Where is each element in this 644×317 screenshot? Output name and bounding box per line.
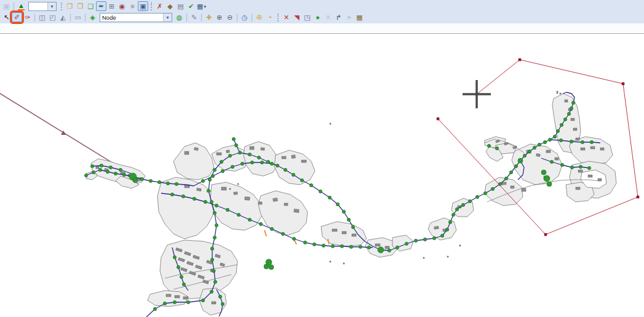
schedule-button[interactable]: ▦ [354,12,365,22]
network-node [432,236,435,239]
network-node [140,177,143,180]
delete-vertex-icon: ✗ [157,3,162,10]
network-node [495,146,498,150]
time-view-button[interactable]: ◷ [239,12,250,22]
building [511,186,514,188]
buffer-tool-button[interactable]: ◰ [47,12,58,22]
network-node [292,173,295,176]
zoom-in-button[interactable]: ⊕ [214,12,225,22]
network-node [276,164,279,167]
flag-tool-button[interactable]: ◥ [292,12,302,22]
building [284,203,288,206]
building [261,148,264,151]
key-history-button[interactable]: ◔ [264,12,275,22]
sketch-tool-icon: ✒ [98,3,104,10]
network-node [340,244,343,247]
feature-template-combo[interactable]: ▾ [28,2,57,11]
sketch-properties-button[interactable]: ▣ [138,1,148,11]
sketch-vertex[interactable] [519,58,521,61]
create-features-button[interactable]: ▲ [16,1,26,11]
network-node [570,106,573,110]
chevron-down-icon[interactable]: ▾ [47,2,56,10]
attribute-table-button[interactable]: ▦▾ [196,1,207,11]
network-node [587,166,590,169]
building [96,166,99,169]
network-node [153,307,156,310]
trace-button[interactable]: ❒ [75,1,85,11]
cut-edge-tool-button[interactable]: ✑ [22,12,33,22]
pan-button[interactable]: ✚ [204,12,214,22]
keys-button[interactable]: ✇ [254,12,264,22]
node-type-combo[interactable]: Node▾ [100,13,172,22]
sketch-vertex[interactable] [544,233,547,236]
building [522,188,526,191]
clear-results-button: ✕ [323,12,333,22]
viewport-grid-icon: ◳ [304,14,310,21]
building [273,198,278,201]
replace-sketch-button[interactable]: ❑ [85,1,96,11]
construct-button[interactable]: ◆ [165,1,175,11]
validate-button[interactable]: ✔ [186,1,196,11]
building [250,146,254,150]
toolbar-separator [70,14,71,22]
zoom-out-button[interactable]: ⊖ [225,12,235,22]
sketch-vertex[interactable] [622,82,624,85]
network-node [241,162,244,165]
network-node [567,112,570,115]
network-node [514,164,517,167]
network-node [114,172,117,175]
toolbar-drag-handle [277,14,279,22]
snapping-button[interactable]: ❐ [65,1,75,11]
split-tool-button[interactable]: ◭ [58,12,68,22]
network-node [590,140,593,143]
network-node [504,177,507,180]
edit-pointer-button[interactable]: ↖ [1,12,12,22]
network-node [210,247,213,250]
map-canvas[interactable] [0,34,644,317]
sketch-tool-button[interactable]: ✒ [96,1,106,11]
add-node-button[interactable]: ◍ [174,12,185,22]
network-node [509,171,512,174]
clear-results-icon: ✕ [325,14,331,21]
building [459,245,461,246]
network-node [284,168,287,171]
network-node [468,199,471,203]
parcel-layer [86,94,616,315]
select-path-button[interactable]: ↱ [333,12,344,22]
delete-vertex-button[interactable]: ✗ [154,1,165,11]
validate-icon: ✔ [188,3,194,10]
print-button[interactable]: ▤ [175,1,186,11]
sketch-vertex[interactable] [637,196,639,198]
network-node [248,218,251,221]
network-node [269,265,274,270]
network-node [259,222,262,225]
union-tool-button[interactable]: ◫ [37,12,47,22]
chevron-down-icon[interactable]: ▾ [163,14,172,22]
network-node [579,165,582,168]
viewport-grid-button[interactable]: ◳ [302,12,312,22]
measure-button[interactable]: ▭ [73,12,83,22]
solve-button[interactable]: ● [312,12,323,22]
attributes-list-button[interactable]: ≡ [127,1,138,11]
sketch-vertex[interactable] [437,118,439,120]
network-node [248,153,251,156]
network-node [92,171,95,174]
label-scale-button[interactable]: ⊞ [106,1,117,11]
print-icon: ▤ [177,3,183,10]
reshape-edge-tool-button[interactable]: ✐ [12,12,22,22]
network-node [234,143,237,146]
digitize-button[interactable]: ✎ [189,12,199,22]
network-node [570,140,573,143]
building [434,227,439,230]
network-node [232,137,235,140]
network-node [414,239,417,242]
building [237,183,239,185]
application-window: ▣▲▾❐❒❑✒⊞◉≡▣✗◆▤✔▦▾ ↖✐✑◫◰◭▭◈Node▾◍✎✚⊕⊖◷✇◔✕… [0,0,644,317]
disconnect-network-button[interactable]: ✕ [281,12,292,22]
network-node [560,163,563,166]
inspect-button[interactable]: ◉ [117,1,127,11]
network-node [309,183,312,187]
network-node [559,138,562,142]
network-node [570,166,573,169]
network-edit-button[interactable]: ◈ [87,12,98,22]
